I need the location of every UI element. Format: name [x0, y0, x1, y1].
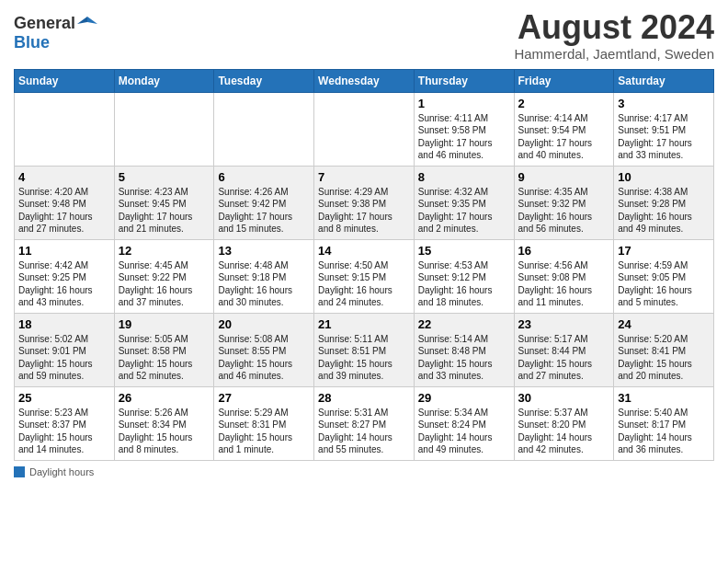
- calendar-cell: 5Sunrise: 4:23 AM Sunset: 9:45 PM Daylig…: [114, 166, 214, 239]
- day-info: Sunrise: 4:38 AM Sunset: 9:28 PM Dayligh…: [618, 186, 710, 236]
- day-number: 31: [618, 391, 710, 405]
- day-info: Sunrise: 4:45 AM Sunset: 9:22 PM Dayligh…: [119, 259, 210, 309]
- calendar-cell: 8Sunrise: 4:32 AM Sunset: 9:35 PM Daylig…: [414, 166, 514, 239]
- day-info: Sunrise: 5:40 AM Sunset: 8:17 PM Dayligh…: [618, 407, 710, 456]
- day-info: Sunrise: 5:14 AM Sunset: 8:48 PM Dayligh…: [418, 333, 510, 383]
- calendar-cell: 24Sunrise: 5:20 AM Sunset: 8:41 PM Dayli…: [614, 313, 714, 386]
- day-number: 1: [418, 97, 510, 110]
- calendar-cell: 12Sunrise: 4:45 AM Sunset: 9:22 PM Dayli…: [114, 239, 214, 313]
- weekday-header: Monday: [114, 69, 214, 92]
- day-number: 29: [418, 391, 510, 405]
- calendar-cell: [114, 92, 214, 166]
- day-info: Sunrise: 4:26 AM Sunset: 9:42 PM Dayligh…: [218, 186, 310, 236]
- day-number: 2: [518, 97, 610, 110]
- calendar-cell: 14Sunrise: 4:50 AM Sunset: 9:15 PM Dayli…: [314, 239, 415, 313]
- logo: General Blue: [14, 9, 97, 52]
- calendar-cell: 15Sunrise: 4:53 AM Sunset: 9:12 PM Dayli…: [414, 239, 514, 313]
- day-number: 22: [418, 317, 510, 331]
- logo-blue-text: Blue: [14, 33, 50, 52]
- day-info: Sunrise: 5:08 AM Sunset: 8:55 PM Dayligh…: [218, 333, 310, 383]
- day-info: Sunrise: 4:53 AM Sunset: 9:12 PM Dayligh…: [418, 259, 510, 309]
- calendar-cell: [314, 92, 415, 166]
- weekday-header: Sunday: [15, 69, 115, 92]
- calendar-cell: 18Sunrise: 5:02 AM Sunset: 9:01 PM Dayli…: [15, 313, 115, 386]
- day-info: Sunrise: 4:17 AM Sunset: 9:51 PM Dayligh…: [618, 112, 710, 162]
- day-number: 16: [518, 244, 610, 258]
- day-info: Sunrise: 4:32 AM Sunset: 9:35 PM Dayligh…: [418, 186, 510, 236]
- day-number: 6: [218, 170, 310, 184]
- calendar-cell: 22Sunrise: 5:14 AM Sunset: 8:48 PM Dayli…: [414, 313, 514, 386]
- weekday-header: Thursday: [414, 69, 514, 92]
- day-number: 21: [318, 317, 410, 331]
- calendar-cell: 17Sunrise: 4:59 AM Sunset: 9:05 PM Dayli…: [614, 239, 714, 313]
- day-info: Sunrise: 4:35 AM Sunset: 9:32 PM Dayligh…: [518, 186, 610, 236]
- calendar-cell: 2Sunrise: 4:14 AM Sunset: 9:54 PM Daylig…: [514, 92, 614, 166]
- calendar-table: SundayMondayTuesdayWednesdayThursdayFrid…: [14, 69, 714, 461]
- day-info: Sunrise: 4:20 AM Sunset: 9:48 PM Dayligh…: [18, 186, 110, 236]
- day-info: Sunrise: 4:48 AM Sunset: 9:18 PM Dayligh…: [218, 259, 310, 309]
- day-number: 17: [618, 244, 710, 258]
- day-number: 19: [119, 317, 210, 331]
- day-number: 4: [18, 170, 110, 184]
- weekday-header: Tuesday: [214, 69, 314, 92]
- day-number: 27: [218, 391, 310, 405]
- calendar-cell: 13Sunrise: 4:48 AM Sunset: 9:18 PM Dayli…: [214, 239, 314, 313]
- day-number: 28: [318, 391, 410, 405]
- calendar-title: August 2024: [514, 9, 714, 46]
- day-info: Sunrise: 5:23 AM Sunset: 8:37 PM Dayligh…: [18, 407, 110, 456]
- day-info: Sunrise: 4:29 AM Sunset: 9:38 PM Dayligh…: [318, 186, 410, 236]
- calendar-cell: 16Sunrise: 4:56 AM Sunset: 9:08 PM Dayli…: [514, 239, 614, 313]
- calendar-subtitle: Hammerdal, Jaemtland, Sweden: [514, 46, 714, 62]
- logo-general-text: General: [14, 14, 75, 33]
- day-info: Sunrise: 5:02 AM Sunset: 9:01 PM Dayligh…: [18, 333, 110, 383]
- day-number: 9: [518, 170, 610, 184]
- day-number: 10: [618, 170, 710, 184]
- day-number: 26: [119, 391, 210, 405]
- day-number: 25: [18, 391, 110, 405]
- calendar-header: SundayMondayTuesdayWednesdayThursdayFrid…: [15, 69, 714, 92]
- calendar-cell: 7Sunrise: 4:29 AM Sunset: 9:38 PM Daylig…: [314, 166, 415, 239]
- calendar-cell: 4Sunrise: 4:20 AM Sunset: 9:48 PM Daylig…: [15, 166, 115, 239]
- day-info: Sunrise: 5:26 AM Sunset: 8:34 PM Dayligh…: [119, 407, 210, 456]
- daylight-label: Daylight hours: [29, 466, 94, 477]
- calendar-cell: 29Sunrise: 5:34 AM Sunset: 8:24 PM Dayli…: [414, 386, 514, 460]
- header: General Blue August 2024 Hammerdal, Jaem…: [14, 9, 714, 62]
- day-number: 11: [18, 244, 110, 258]
- calendar-cell: 23Sunrise: 5:17 AM Sunset: 8:44 PM Dayli…: [514, 313, 614, 386]
- day-number: 13: [218, 244, 310, 258]
- calendar-cell: 11Sunrise: 4:42 AM Sunset: 9:25 PM Dayli…: [15, 239, 115, 313]
- day-info: Sunrise: 4:23 AM Sunset: 9:45 PM Dayligh…: [119, 186, 210, 236]
- day-info: Sunrise: 5:29 AM Sunset: 8:31 PM Dayligh…: [218, 407, 310, 456]
- svg-marker-1: [77, 17, 87, 24]
- title-area: August 2024 Hammerdal, Jaemtland, Sweden: [514, 9, 714, 62]
- day-number: 30: [518, 391, 610, 405]
- day-info: Sunrise: 5:17 AM Sunset: 8:44 PM Dayligh…: [518, 333, 610, 383]
- calendar-cell: 26Sunrise: 5:26 AM Sunset: 8:34 PM Dayli…: [114, 386, 214, 460]
- calendar-cell: 31Sunrise: 5:40 AM Sunset: 8:17 PM Dayli…: [614, 386, 714, 460]
- day-info: Sunrise: 4:11 AM Sunset: 9:58 PM Dayligh…: [418, 112, 510, 162]
- calendar-cell: 9Sunrise: 4:35 AM Sunset: 9:32 PM Daylig…: [514, 166, 614, 239]
- calendar-footer: Daylight hours: [14, 466, 714, 477]
- calendar-cell: [214, 92, 314, 166]
- day-number: 23: [518, 317, 610, 331]
- calendar-cell: 1Sunrise: 4:11 AM Sunset: 9:58 PM Daylig…: [414, 92, 514, 166]
- day-info: Sunrise: 4:59 AM Sunset: 9:05 PM Dayligh…: [618, 259, 710, 309]
- calendar-cell: 20Sunrise: 5:08 AM Sunset: 8:55 PM Dayli…: [214, 313, 314, 386]
- calendar-cell: 6Sunrise: 4:26 AM Sunset: 9:42 PM Daylig…: [214, 166, 314, 239]
- day-number: 20: [218, 317, 310, 331]
- calendar-cell: 10Sunrise: 4:38 AM Sunset: 9:28 PM Dayli…: [614, 166, 714, 239]
- calendar-cell: 25Sunrise: 5:23 AM Sunset: 8:37 PM Dayli…: [15, 386, 115, 460]
- day-info: Sunrise: 5:37 AM Sunset: 8:20 PM Dayligh…: [518, 407, 610, 456]
- day-number: 15: [418, 244, 510, 258]
- weekday-header: Wednesday: [314, 69, 415, 92]
- logo-bird-icon: [77, 17, 97, 31]
- day-number: 14: [318, 244, 410, 258]
- calendar-cell: 3Sunrise: 4:17 AM Sunset: 9:51 PM Daylig…: [614, 92, 714, 166]
- svg-marker-0: [87, 17, 97, 24]
- day-info: Sunrise: 4:14 AM Sunset: 9:54 PM Dayligh…: [518, 112, 610, 162]
- weekday-header: Friday: [514, 69, 614, 92]
- day-info: Sunrise: 5:34 AM Sunset: 8:24 PM Dayligh…: [418, 407, 510, 456]
- day-number: 12: [119, 244, 210, 258]
- daylight-indicator: [14, 466, 25, 477]
- day-info: Sunrise: 5:20 AM Sunset: 8:41 PM Dayligh…: [618, 333, 710, 383]
